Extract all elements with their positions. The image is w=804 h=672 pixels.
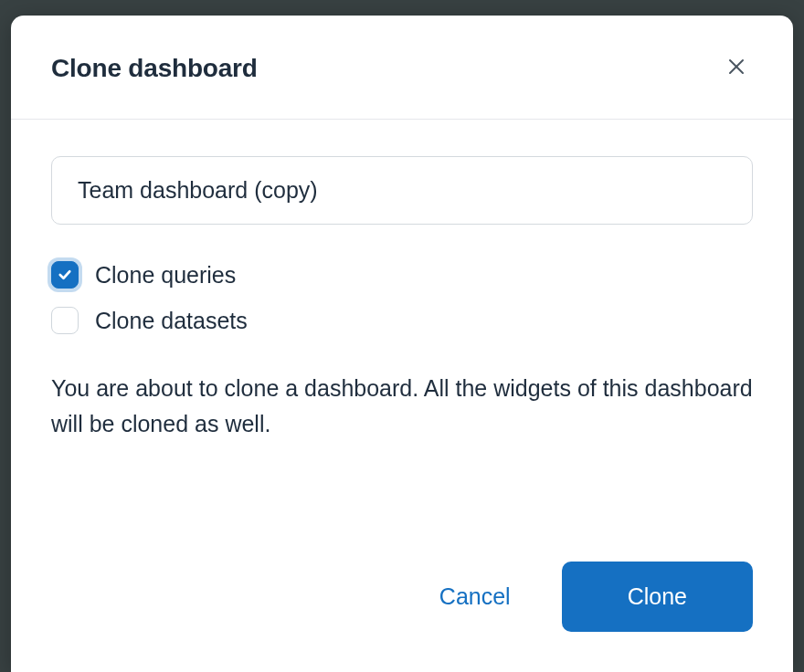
clone-datasets-checkbox-row[interactable]: Clone datasets — [51, 307, 753, 334]
clone-datasets-label: Clone datasets — [95, 308, 248, 334]
dashboard-name-input[interactable] — [51, 156, 753, 225]
checkbox-group: Clone queries Clone datasets — [51, 261, 753, 334]
clone-datasets-checkbox[interactable] — [51, 307, 79, 334]
clone-queries-label: Clone queries — [95, 262, 236, 289]
cancel-button[interactable]: Cancel — [432, 572, 518, 621]
clone-queries-checkbox-row[interactable]: Clone queries — [51, 261, 753, 289]
clone-dashboard-modal: Clone dashboard Clone queries — [11, 16, 793, 672]
clone-queries-checkbox[interactable] — [51, 261, 79, 289]
modal-footer: Cancel Clone — [11, 540, 793, 672]
modal-body: Clone queries Clone datasets You are abo… — [11, 120, 793, 540]
close-button[interactable] — [720, 50, 753, 86]
modal-header: Clone dashboard — [11, 16, 793, 120]
modal-title: Clone dashboard — [51, 54, 258, 83]
clone-button[interactable]: Clone — [562, 562, 753, 632]
close-icon — [725, 56, 747, 80]
check-icon — [57, 267, 73, 283]
modal-description: You are about to clone a dashboard. All … — [51, 371, 753, 442]
